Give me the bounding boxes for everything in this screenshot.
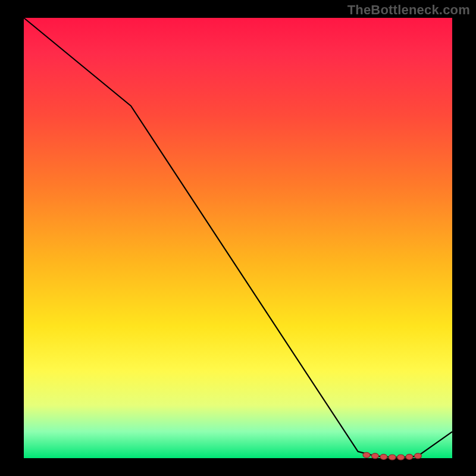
chart-marker [389,455,396,460]
chart-marker [414,453,421,459]
chart-frame: TheBottleneck.com [0,0,476,476]
chart-overlay-svg [24,18,452,458]
chart-marker [406,454,413,459]
chart-marker [380,454,387,459]
chart-marker [397,455,405,460]
chart-markers [363,452,421,460]
chart-marker [371,453,378,459]
chart-marker [363,452,370,458]
chart-line [24,18,452,458]
attribution-label: TheBottleneck.com [347,2,470,18]
